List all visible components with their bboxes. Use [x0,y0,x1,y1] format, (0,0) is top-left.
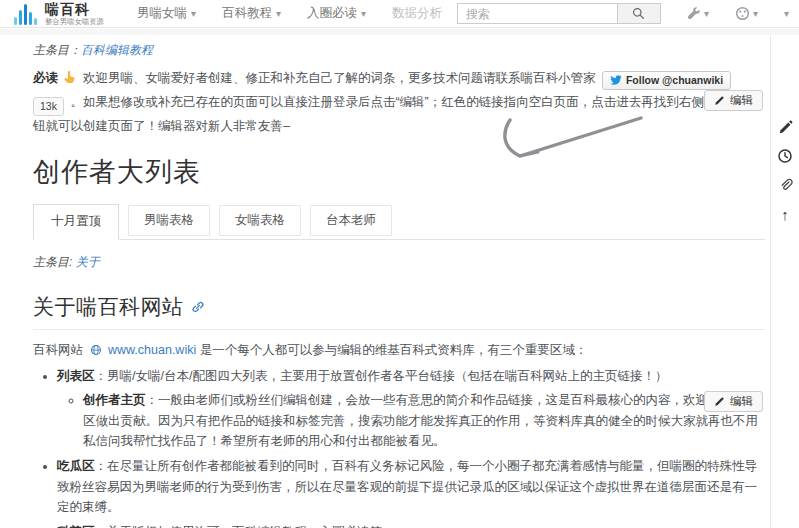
hatnote-prefix: 主条目: [33,255,72,269]
caret-down-icon: ▾ [784,9,789,19]
history-button[interactable] [776,147,794,165]
appearance-menu[interactable]: ▾ [735,6,758,21]
bullet-text: ：一般由老师们或粉丝们编辑创建，会放一些有意思的简介和作品链接，这是百科最核心的… [83,393,758,448]
article-content: 主条目：百科编辑教程 必读 欢迎男喘、女喘爱好者创建、修正和补充自己了解的词条，… [33,35,765,528]
brand-home-link[interactable]: 喘百科 整合男喘女喘资源 [12,2,109,26]
wiki-page: 喘百科 整合男喘女喘资源 男喘女喘 ▾ 百科教程 ▾ 入圈必读 ▾ 数据分析 [0,0,799,528]
pencil-icon [714,396,725,407]
search-button[interactable] [617,3,661,24]
site-link[interactable]: www.chuan.wiki [108,343,196,357]
site-intro-suffix: 是一个每个人都可以参与编辑的维基百科式资料库，有三个重要区域： [200,343,588,357]
hatnote-prefix: 主条目： [33,43,81,57]
intro-lead-text: 欢迎男喘、女喘爱好者创建、修正和补充自己了解的词条，更多技术问题请联系喘百科小管… [83,71,596,85]
site-areas-list: 列表区：男喘/女喘/台本/配图四大列表，主要用于放置创作者各平台链接（包括在喘百… [33,366,765,528]
up-arrow-icon: ↑ [781,206,789,223]
search-input[interactable] [457,3,617,24]
nav-menu-label: 入圈必读 [307,5,357,22]
brand-subtitle: 整合男喘女喘资源 [45,18,104,25]
must-read-label: 必读 [33,71,58,85]
wrench-icon [687,7,701,21]
list-item: 科普区：关于版权与使用许可、百科编辑教程、入圈必读等 [57,522,765,528]
sub-list: 创作者主页：一般由老师们或粉丝们编辑创建，会放一些有意思的简介和作品链接，这是百… [57,390,765,452]
hatnote-main-article: 主条目：百科编辑教程 [33,42,765,59]
tab-october-pinned[interactable]: 十月置顶 [33,204,119,240]
section-about-site-body: 百科网站 www.chuan.wiki 是一个每个人都可以参与编辑的维基百科式资… [33,340,765,528]
section-edit-button[interactable]: 编辑 [704,90,763,111]
section-heading-text: 关于喘百科网站 [33,293,184,321]
palette-icon [735,6,750,21]
content-right-divider [770,35,771,528]
list-item: 列表区：男喘/女喘/台本/配图四大列表，主要用于放置创作者各平台链接（包括在喘百… [57,366,765,452]
tab-script-teachers[interactable]: 台本老师 [310,205,392,236]
permalink-button[interactable] [776,176,794,194]
bullet-label: 吃瓜区 [57,459,95,473]
tab-bar: 十月置顶 男喘表格 女喘表格 台本老师 [33,204,765,240]
list-item: 创作者主页：一般由老师们或粉丝们编辑创建，会放一些有意思的简介和作品链接，这是百… [83,390,765,452]
user-menu[interactable]: ▾ [784,9,789,19]
intro-paragraph: 必读 欢迎男喘、女喘爱好者创建、修正和补充自己了解的词条，更多技术问题请联系喘百… [33,68,765,138]
twitter-bird-icon [610,74,622,86]
caret-down-icon: ▾ [753,9,758,19]
pointing-hand-icon [63,70,77,92]
external-site-icon [90,344,102,356]
edit-page-button[interactable] [776,118,794,136]
nav-menu-data-analysis[interactable]: 数据分析 [392,5,442,22]
twitter-follow-button[interactable]: Follow @chuanwiki [602,71,731,90]
nav-menu-tutorials[interactable]: 百科教程 ▾ [222,5,281,22]
bullet-text: ：在尽量让所有创作者都能被看到的同时，百科有义务标记风险，每一个小圈子都充满着感… [57,459,757,514]
section-link-icon[interactable] [191,300,205,314]
bullet-text: ：男喘/女喘/台本/配图四大列表，主要用于放置创作者各平台链接（包括在喘百科网站… [95,369,668,383]
search-icon [632,7,645,20]
search-box [457,3,661,24]
edit-button-label: 编辑 [730,394,753,409]
caret-down-icon: ▾ [361,9,366,19]
waveform-logo-icon [12,3,38,25]
hatnote-link-editing-tutorial[interactable]: 百科编辑教程 [81,43,153,57]
nav-menu-label: 数据分析 [392,5,442,22]
list-item: 吃瓜区：在尽量让所有创作者都能被看到的同时，百科有义务标记风险，每一个小圈子都充… [57,456,765,518]
hatnote-link-about[interactable]: 关于 [76,255,100,269]
hatnote-about: 主条目: 关于 [33,254,765,271]
pencil-icon [778,120,793,135]
page-title: 创作者大列表 [33,154,765,190]
navbar-right: ▾ ▾ ▾ [457,3,789,24]
intro-tail-text: 。如果想修改或补充已存在的页面可以直接注册登录后点击“编辑”；红色的链接指向空白… [33,95,754,133]
bullet-label: 创作者主页 [83,393,146,407]
nav-menu-label: 百科教程 [222,5,272,22]
twitter-follower-count[interactable]: 13k [33,97,64,116]
tools-menu[interactable]: ▾ [687,7,709,21]
top-navbar: 喘百科 整合男喘女喘资源 男喘女喘 ▾ 百科教程 ▾ 入圈必读 ▾ 数据分析 [0,0,799,28]
pencil-icon [714,95,725,106]
nav-menu-must-read[interactable]: 入圈必读 ▾ [307,5,366,22]
scroll-to-top-button[interactable]: ↑ [776,205,794,223]
nav-menu-label: 男喘女喘 [137,5,187,22]
nav-menus: 男喘女喘 ▾ 百科教程 ▾ 入圈必读 ▾ 数据分析 [137,5,442,22]
caret-down-icon: ▾ [276,9,281,19]
twitter-follow-label: Follow @chuanwiki [626,71,723,89]
bullet-label: 列表区 [57,369,95,383]
section-heading-about-site: 关于喘百科网站 [33,293,765,330]
caret-down-icon: ▾ [704,9,709,19]
paperclip-icon [778,178,793,193]
tab-female-table[interactable]: 女喘表格 [219,205,301,236]
page-tools-rail: ↑ [772,118,798,223]
nav-menu-male-female[interactable]: 男喘女喘 ▾ [137,5,196,22]
site-intro-prefix: 百科网站 [33,343,83,357]
caret-down-icon: ▾ [191,9,196,19]
edit-button-label: 编辑 [730,93,753,108]
history-clock-icon [777,148,793,164]
section-edit-button[interactable]: 编辑 [704,391,763,412]
tab-male-table[interactable]: 男喘表格 [128,205,210,236]
brand-title: 喘百科 [45,2,109,16]
